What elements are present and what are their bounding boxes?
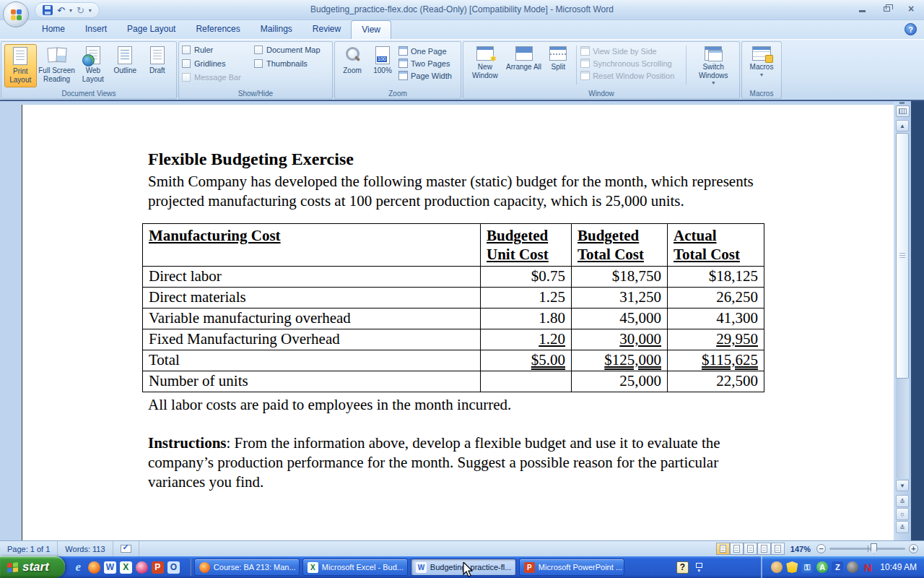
full-screen-reading-icon	[48, 46, 66, 64]
zoom-out-button[interactable]: –	[816, 544, 826, 553]
scroll-down-button[interactable]: ▼	[896, 480, 909, 491]
status-print-layout-button[interactable]	[716, 543, 730, 555]
document-map-checkbox[interactable]: Document Map	[254, 46, 326, 54]
tab-mailings[interactable]: Mailings	[250, 20, 302, 39]
firefox-task-icon	[199, 562, 210, 573]
labor-note: All labor costs are paid to employees in…	[148, 396, 894, 414]
status-web-layout-button[interactable]	[744, 543, 757, 555]
taskbar-button-label: Microsoft PowerPoint ...	[539, 563, 622, 571]
system-tray: ⚿ A Z N 10:49 AM	[761, 556, 924, 578]
vertical-scrollbar[interactable]: ▲ ▼ ≛ ○ ≛	[894, 101, 911, 540]
restore-button[interactable]	[879, 4, 894, 14]
taskbar-help-icon[interactable]: ?	[676, 561, 689, 574]
table-row: Fixed Manufacturing Overhead 1.20 30,000…	[143, 329, 764, 350]
excel-quicklaunch-icon[interactable]: X	[120, 561, 132, 574]
outlook-quicklaunch-icon[interactable]: O	[167, 561, 180, 574]
instructions-label: Instructions	[148, 434, 227, 452]
tab-page-layout[interactable]: Page Layout	[117, 20, 186, 39]
header-manufacturing-cost: Manufacturing Cost	[143, 224, 481, 267]
start-button[interactable]: start	[0, 556, 65, 578]
key-tray-icon[interactable]: ⚿	[801, 561, 813, 573]
macros-button[interactable]: Macros ▾	[745, 44, 778, 78]
minimize-button[interactable]	[855, 4, 869, 14]
next-page-button[interactable]: ≛	[896, 521, 909, 533]
page-width-label: Page Width	[411, 72, 452, 80]
web-layout-button[interactable]: Web Layout	[77, 44, 109, 87]
tab-home[interactable]: Home	[32, 20, 75, 39]
table-row: Direct materials 1.25 31,250 26,250	[143, 287, 764, 308]
split-icon	[549, 46, 567, 61]
hidden-icons-toggle[interactable]: ▾	[696, 563, 702, 572]
split-button[interactable]: Split	[544, 44, 572, 86]
office-button[interactable]	[3, 1, 29, 27]
print-layout-button[interactable]: Print Layout	[4, 44, 37, 87]
ruler-toggle-button[interactable]	[896, 105, 910, 117]
internet-explorer-icon[interactable]: e	[72, 561, 84, 574]
keys-icon[interactable]	[136, 561, 148, 574]
zoom-level[interactable]: 147%	[790, 545, 811, 553]
word-application-window: ↶ ▾ ↻ ▾ Budgeting_practice-flex.doc (Rea…	[0, 0, 924, 578]
instructions-paragraph: Instructions: From the information above…	[148, 434, 770, 492]
previous-page-button[interactable]: ≛	[896, 495, 909, 507]
draft-button[interactable]: Draft	[141, 44, 173, 87]
full-screen-reading-button[interactable]: Full Screen Reading	[37, 44, 77, 87]
status-draft-button[interactable]	[771, 543, 785, 555]
page-width-button[interactable]: Page Width	[398, 71, 452, 80]
firefox-icon[interactable]	[88, 561, 100, 574]
powerpoint-quicklaunch-icon[interactable]: P	[152, 561, 164, 574]
spellcheck-icon	[121, 545, 131, 553]
scroll-up-button[interactable]: ▲	[896, 120, 909, 131]
ruler-checkbox[interactable]: Ruler	[182, 46, 251, 54]
thumbnails-checkbox[interactable]: Thumbnails	[254, 59, 326, 68]
switch-windows-button[interactable]: Switch Windows ▾	[690, 44, 736, 86]
word-quicklaunch-icon[interactable]: W	[104, 561, 116, 574]
switch-windows-icon	[705, 46, 722, 61]
status-outline-button[interactable]	[757, 543, 771, 555]
z-tray-icon[interactable]: Z	[832, 561, 843, 573]
tab-insert[interactable]: Insert	[75, 20, 117, 39]
document-page[interactable]: Flexible Budgeting Exercise Smith Compan…	[22, 105, 894, 540]
new-window-button[interactable]: New Window	[466, 44, 504, 86]
close-button[interactable]: ×	[904, 4, 918, 14]
messenger-tray-icon[interactable]	[771, 561, 783, 573]
header-budgeted-total-cost: BudgetedTotal Cost	[572, 224, 668, 267]
zoom-100-button[interactable]: 100%	[368, 44, 397, 80]
clock[interactable]: 10:49 AM	[880, 562, 917, 572]
zoom-button[interactable]: Zoom	[338, 44, 367, 80]
status-full-screen-button[interactable]	[730, 543, 744, 555]
norton-tray-icon[interactable]: N	[862, 561, 873, 573]
tab-view[interactable]: View	[351, 20, 391, 39]
group-document-views: Print Layout Full Screen Reading Web Lay…	[1, 41, 177, 99]
tab-references[interactable]: References	[186, 20, 250, 39]
web-layout-icon	[86, 46, 100, 64]
message-bar-checkbox-box	[182, 73, 191, 82]
outline-button[interactable]: Outline	[109, 44, 141, 87]
taskbar-button-excel[interactable]: X Microsoft Excel - Bud...	[302, 558, 408, 576]
split-handle[interactable]	[899, 102, 905, 104]
scrollbar-thumb[interactable]	[896, 133, 909, 379]
antivirus-tray-icon[interactable]: A	[816, 561, 828, 573]
thumbnails-label: Thumbnails	[266, 59, 308, 68]
zoom-slider-track[interactable]	[829, 548, 905, 550]
page-count-status[interactable]: Page: 1 of 1	[0, 541, 58, 556]
gridlines-checkbox[interactable]: Gridlines	[182, 59, 251, 68]
arrange-all-button[interactable]: Arrange All	[505, 44, 543, 86]
taskbar-button-powerpoint[interactable]: P Microsoft PowerPoint ...	[519, 558, 624, 576]
page-width-icon	[398, 71, 408, 80]
zoom-slider-thumb[interactable]	[871, 543, 877, 554]
select-browse-object-button[interactable]: ○	[896, 508, 909, 520]
message-bar-checkbox: Message Bar	[182, 73, 251, 82]
zoom-in-button[interactable]: +	[909, 544, 918, 553]
proofing-status[interactable]	[113, 541, 139, 556]
help-icon[interactable]: ?	[905, 23, 917, 35]
two-pages-button[interactable]: Two Pages	[398, 59, 452, 68]
synchronous-scrolling-button: Synchronous Scrolling	[580, 59, 682, 68]
taskbar-button-browser[interactable]: Course: BA 213: Man...	[194, 558, 300, 576]
tab-review[interactable]: Review	[302, 20, 351, 39]
volume-tray-icon[interactable]	[847, 561, 858, 573]
word-count-status[interactable]: Words: 113	[58, 541, 113, 556]
one-page-button[interactable]: One Page	[398, 46, 452, 56]
security-shield-tray-icon[interactable]	[786, 561, 798, 573]
magnifier-icon	[344, 46, 361, 64]
one-page-label: One Page	[411, 47, 447, 56]
